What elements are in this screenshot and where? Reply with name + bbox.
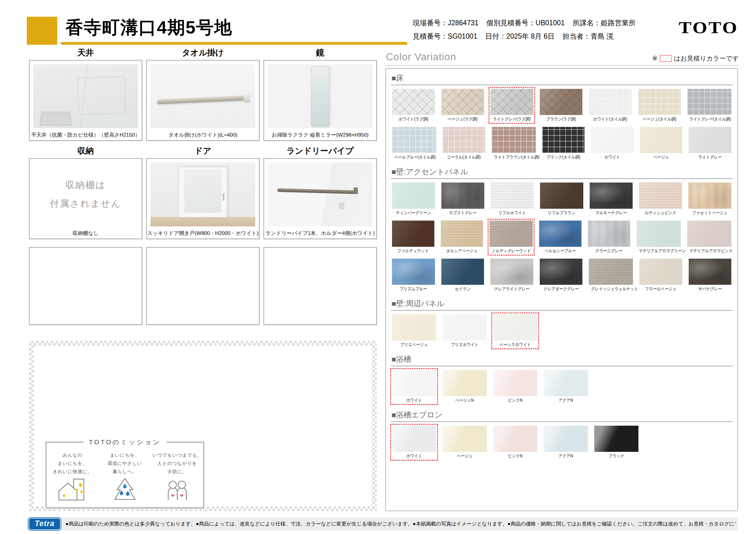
color-swatch-cell[interactable]: ベージュ(タイル調) bbox=[638, 89, 681, 122]
color-swatch[interactable] bbox=[639, 259, 682, 285]
color-swatch[interactable] bbox=[490, 220, 533, 247]
color-swatch[interactable] bbox=[689, 127, 731, 153]
color-swatch[interactable] bbox=[636, 220, 681, 247]
color-swatch[interactable] bbox=[590, 183, 633, 209]
color-swatch[interactable] bbox=[589, 259, 633, 285]
color-swatch[interactable] bbox=[392, 370, 436, 396]
color-swatch[interactable] bbox=[392, 127, 436, 153]
color-swatch-cell[interactable]: ルティシュピンク bbox=[639, 183, 682, 216]
color-swatch[interactable] bbox=[392, 220, 434, 247]
color-swatch-cell[interactable]: アクアN bbox=[544, 370, 588, 403]
color-swatch-cell[interactable]: クレアダークグレー bbox=[540, 259, 583, 292]
color-swatch-cell[interactable]: ライトグレー bbox=[689, 127, 731, 160]
color-swatch-cell[interactable]: ティンバーグリーン bbox=[392, 183, 435, 216]
color-swatch[interactable] bbox=[688, 183, 731, 209]
color-swatch[interactable] bbox=[441, 220, 483, 247]
color-swatch-cell[interactable]: マテリアルアロマピンク bbox=[687, 220, 731, 254]
color-swatch-cell[interactable]: ライトブラウン(タイル調) bbox=[492, 127, 536, 160]
color-swatch[interactable] bbox=[392, 426, 436, 452]
color-swatch-cell[interactable]: ホワイト(タイル調) bbox=[589, 89, 632, 122]
color-swatch[interactable] bbox=[540, 183, 583, 209]
color-swatch[interactable] bbox=[441, 89, 484, 115]
color-swatch-cell[interactable]: ファルティウッド bbox=[392, 220, 434, 254]
color-swatch-cell[interactable]: リフルブラウン bbox=[540, 183, 583, 216]
note-prefix: ※ bbox=[652, 55, 658, 62]
color-swatch-cell[interactable]: プリズムブルー bbox=[392, 259, 435, 292]
color-swatch-cell[interactable]: ベーシスホワイト bbox=[493, 314, 537, 347]
product-title: ランドリーパイプ bbox=[263, 145, 377, 158]
color-swatch-cell[interactable]: プリエホワイト bbox=[443, 314, 487, 347]
color-swatch[interactable] bbox=[539, 220, 581, 247]
color-swatch[interactable] bbox=[493, 370, 537, 396]
color-swatch[interactable] bbox=[640, 127, 683, 153]
color-swatch-cell[interactable]: グラーニグレー bbox=[588, 220, 630, 254]
color-swatch-cell[interactable]: ピンクN bbox=[493, 370, 537, 403]
color-swatch-cell[interactable]: サバナグレー bbox=[689, 259, 732, 292]
color-swatch-cell[interactable]: ホワイト(ラグ調) bbox=[392, 89, 435, 122]
color-swatch[interactable] bbox=[443, 314, 487, 341]
color-swatch-cell[interactable]: ベルセシーブルー bbox=[539, 220, 581, 254]
color-swatch[interactable] bbox=[540, 259, 583, 285]
color-swatch[interactable] bbox=[544, 426, 588, 452]
color-swatch-cell[interactable]: タルシアベージュ bbox=[441, 220, 483, 254]
color-swatch-cell[interactable]: ファセットベージュ bbox=[688, 183, 731, 216]
color-swatch[interactable] bbox=[443, 370, 487, 396]
color-swatch-cell[interactable]: プリエベージュ bbox=[392, 314, 436, 347]
color-swatch-cell[interactable]: ホワイト bbox=[392, 426, 436, 459]
color-swatch-cell[interactable]: ブラック bbox=[594, 426, 638, 459]
color-swatch-cell[interactable]: コーラル(タイル調) bbox=[443, 127, 485, 160]
color-swatch[interactable] bbox=[392, 314, 436, 341]
color-swatch-cell[interactable]: ブラウン(ラグ調) bbox=[540, 89, 583, 122]
color-swatch-cell[interactable]: リフルホワイト bbox=[491, 183, 534, 216]
color-swatch-cell[interactable]: クレアライトグレー bbox=[490, 259, 533, 292]
color-swatch[interactable] bbox=[544, 370, 588, 396]
people-icon bbox=[160, 477, 194, 501]
color-swatch[interactable] bbox=[493, 426, 537, 452]
color-swatch-cell[interactable]: マルキーナグレー bbox=[590, 183, 633, 216]
color-swatch[interactable] bbox=[441, 259, 484, 285]
color-swatch-cell[interactable]: ベージュN bbox=[443, 370, 487, 403]
color-swatch-cell[interactable]: ベージュ bbox=[640, 127, 683, 160]
color-swatch-cell[interactable]: ライトグレー(タイル調) bbox=[687, 89, 731, 122]
color-swatch[interactable] bbox=[687, 220, 731, 247]
color-swatch[interactable] bbox=[589, 89, 632, 115]
color-swatch-cell[interactable]: マテリアルアロマグリーン bbox=[636, 220, 681, 254]
job-field: 個別見積番号：UB01001 bbox=[486, 18, 565, 28]
color-swatch[interactable] bbox=[441, 183, 484, 209]
color-swatch-cell[interactable]: フロールベージュ bbox=[639, 259, 682, 292]
color-swatch-cell[interactable]: ホワイト bbox=[392, 370, 436, 403]
color-swatch[interactable] bbox=[443, 426, 487, 452]
color-swatch[interactable] bbox=[540, 89, 583, 115]
color-swatch-cell[interactable]: ペールブルー(タイル調) bbox=[392, 127, 436, 160]
color-swatch-cell[interactable]: アクアN bbox=[544, 426, 588, 459]
color-swatch-cell[interactable]: ピンクN bbox=[493, 426, 537, 459]
color-swatch[interactable] bbox=[491, 183, 534, 209]
color-swatch[interactable] bbox=[639, 183, 682, 209]
color-swatch-cell[interactable]: グレイッシュウォルナット bbox=[589, 259, 633, 292]
color-swatch[interactable] bbox=[687, 89, 731, 115]
color-swatch-cell[interactable]: ベージュ bbox=[443, 426, 487, 459]
color-section-title: ■浴槽エプロン bbox=[391, 408, 733, 422]
color-swatch-cell[interactable]: ライトグレー(ラグ調) bbox=[490, 89, 533, 122]
color-swatch-cell[interactable]: ベージュ(ラグ調) bbox=[441, 89, 484, 122]
color-swatch[interactable] bbox=[492, 127, 536, 153]
color-swatch[interactable] bbox=[591, 127, 634, 153]
color-swatch[interactable] bbox=[588, 220, 630, 247]
color-swatch[interactable] bbox=[638, 89, 681, 115]
color-swatch[interactable] bbox=[443, 127, 485, 153]
color-swatch[interactable] bbox=[490, 259, 533, 285]
color-swatch-cell[interactable]: ノルディグレーウッド bbox=[490, 220, 533, 254]
color-swatch[interactable] bbox=[542, 127, 585, 153]
color-swatch[interactable] bbox=[689, 259, 732, 285]
color-swatch[interactable] bbox=[493, 314, 537, 341]
color-swatch[interactable] bbox=[392, 259, 435, 285]
color-swatch-cell[interactable]: セイラン bbox=[441, 259, 484, 292]
color-swatch-cell[interactable]: ホワイト bbox=[591, 127, 634, 160]
color-swatch[interactable] bbox=[392, 183, 435, 209]
color-swatch[interactable] bbox=[490, 89, 533, 115]
color-swatch-cell[interactable]: ロブストグレー bbox=[441, 183, 484, 216]
color-swatch[interactable] bbox=[594, 426, 638, 452]
color-swatch[interactable] bbox=[392, 89, 435, 115]
product-box: ランドリーパイプ1本、ホルダー4個(ホワイト) bbox=[263, 158, 377, 239]
color-swatch-cell[interactable]: ブラック(タイル調) bbox=[542, 127, 585, 160]
